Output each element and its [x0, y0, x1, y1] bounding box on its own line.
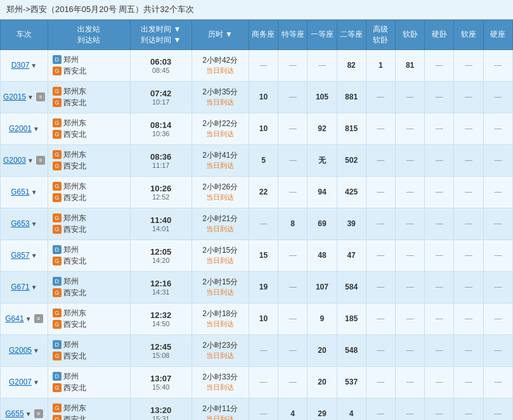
train-dropdown-icon[interactable]: ▼ — [31, 252, 37, 259]
seat-te[interactable]: — — [278, 366, 308, 398]
seat-bw[interactable]: 22 — [249, 176, 278, 208]
seat-hard-sleeper[interactable]: — — [425, 81, 454, 113]
train-dropdown-icon[interactable]: ▼ — [27, 157, 34, 164]
seat-hard-seat[interactable]: — — [483, 208, 512, 239]
seat-soft-sleeper[interactable]: — — [395, 81, 424, 113]
seat-hard-sleeper[interactable]: — — [425, 271, 454, 303]
seat-soft-seat[interactable]: — — [454, 49, 483, 81]
seat-adv-sleeper[interactable]: — — [366, 398, 395, 420]
seat-adv-sleeper[interactable]: 1 — [366, 49, 395, 81]
seat-hard-seat[interactable]: — — [483, 398, 512, 420]
seat-soft-sleeper[interactable]: — — [395, 113, 424, 144]
seat-soft-sleeper[interactable]: — — [395, 176, 424, 208]
seat-soft-seat[interactable]: — — [454, 144, 483, 176]
seat-hard-sleeper[interactable]: — — [425, 113, 454, 144]
seat-bw[interactable]: — — [249, 366, 278, 398]
seat-first-class[interactable]: 48 — [308, 239, 337, 271]
seat-adv-sleeper[interactable]: — — [366, 208, 395, 239]
col-header-duration[interactable]: 历时 ▼ — [192, 20, 249, 50]
seat-first-class[interactable]: 107 — [308, 271, 337, 303]
train-id-link[interactable]: G2001 — [9, 124, 32, 133]
seat-te[interactable]: — — [278, 334, 308, 366]
seat-hard-seat[interactable]: — — [483, 49, 512, 81]
seat-te[interactable]: — — [278, 303, 308, 334]
seat-second-class[interactable]: 425 — [337, 176, 366, 208]
seat-te[interactable]: 8 — [278, 208, 308, 239]
train-dropdown-icon[interactable]: ▼ — [33, 125, 39, 132]
seat-soft-sleeper[interactable]: — — [395, 398, 424, 420]
note-icon[interactable]: ≡ — [36, 156, 45, 165]
train-id-link[interactable]: G857 — [11, 251, 29, 260]
seat-first-class[interactable]: 94 — [308, 176, 337, 208]
seat-soft-sleeper[interactable]: — — [395, 334, 424, 366]
seat-second-class[interactable]: 584 — [337, 271, 366, 303]
seat-second-class[interactable]: 548 — [337, 334, 366, 366]
seat-te[interactable]: — — [278, 144, 308, 176]
seat-soft-seat[interactable]: — — [454, 176, 483, 208]
seat-te[interactable]: — — [278, 271, 308, 303]
seat-bw[interactable]: 19 — [249, 271, 278, 303]
seat-adv-sleeper[interactable]: — — [366, 366, 395, 398]
seat-bw[interactable]: — — [249, 398, 278, 420]
seat-hard-seat[interactable]: — — [483, 271, 512, 303]
seat-bw[interactable]: — — [249, 49, 278, 81]
seat-soft-sleeper[interactable]: — — [395, 303, 424, 334]
seat-te[interactable]: — — [278, 81, 308, 113]
seat-adv-sleeper[interactable]: — — [366, 271, 395, 303]
seat-hard-sleeper[interactable]: — — [425, 144, 454, 176]
seat-adv-sleeper[interactable]: — — [366, 81, 395, 113]
seat-hard-seat[interactable]: — — [483, 176, 512, 208]
seat-soft-sleeper[interactable]: 81 — [395, 49, 424, 81]
seat-first-class[interactable]: 20 — [308, 334, 337, 366]
seat-soft-seat[interactable]: — — [454, 81, 483, 113]
seat-second-class[interactable]: 82 — [337, 49, 366, 81]
seat-adv-sleeper[interactable]: — — [366, 144, 395, 176]
seat-te[interactable]: — — [278, 49, 308, 81]
seat-te[interactable]: — — [278, 176, 308, 208]
seat-hard-seat[interactable]: — — [483, 303, 512, 334]
seat-first-class[interactable]: 无 — [308, 144, 337, 176]
seat-soft-seat[interactable]: — — [454, 303, 483, 334]
train-id-link[interactable]: G2005 — [9, 346, 32, 355]
seat-adv-sleeper[interactable]: — — [366, 334, 395, 366]
seat-te[interactable]: 4 — [278, 398, 308, 420]
seat-soft-seat[interactable]: — — [454, 271, 483, 303]
seat-first-class[interactable]: 69 — [308, 208, 337, 239]
note-icon[interactable]: ≡ — [36, 92, 45, 101]
seat-hard-sleeper[interactable]: — — [425, 303, 454, 334]
seat-adv-sleeper[interactable]: — — [366, 303, 395, 334]
seat-hard-seat[interactable]: — — [483, 334, 512, 366]
seat-hard-sleeper[interactable]: — — [425, 239, 454, 271]
train-dropdown-icon[interactable]: ▼ — [30, 62, 37, 69]
seat-adv-sleeper[interactable]: — — [366, 176, 395, 208]
train-id-link[interactable]: G641 — [5, 314, 23, 323]
train-id-link[interactable]: D307 — [11, 61, 30, 70]
seat-bw[interactable]: 10 — [249, 303, 278, 334]
seat-soft-sleeper[interactable]: — — [395, 208, 424, 239]
train-id-link[interactable]: G2007 — [9, 378, 32, 386]
seat-hard-sleeper[interactable]: — — [425, 176, 454, 208]
seat-soft-sleeper[interactable]: — — [395, 144, 424, 176]
seat-soft-seat[interactable]: — — [454, 239, 483, 271]
seat-second-class[interactable]: 815 — [337, 113, 366, 144]
train-dropdown-icon[interactable]: ▼ — [27, 94, 34, 101]
seat-first-class[interactable]: 9 — [308, 303, 337, 334]
seat-bw[interactable]: 15 — [249, 239, 278, 271]
train-dropdown-icon[interactable]: ▼ — [25, 410, 32, 417]
seat-te[interactable]: — — [278, 239, 308, 271]
seat-second-class[interactable]: 502 — [337, 144, 366, 176]
seat-hard-sleeper[interactable]: — — [425, 398, 454, 420]
seat-soft-seat[interactable]: — — [454, 366, 483, 398]
seat-hard-seat[interactable]: — — [483, 113, 512, 144]
train-dropdown-icon[interactable]: ▼ — [31, 220, 37, 227]
seat-adv-sleeper[interactable]: — — [366, 113, 395, 144]
seat-first-class[interactable]: — — [308, 49, 337, 81]
seat-first-class[interactable]: 29 — [308, 398, 337, 420]
seat-hard-seat[interactable]: — — [483, 239, 512, 271]
train-id-link[interactable]: G2015 — [3, 92, 26, 101]
seat-hard-sleeper[interactable]: — — [425, 49, 454, 81]
seat-second-class[interactable]: 881 — [337, 81, 366, 113]
seat-second-class[interactable]: 39 — [337, 208, 366, 239]
train-id-link[interactable]: G653 — [11, 219, 29, 228]
seat-hard-sleeper[interactable]: — — [425, 334, 454, 366]
